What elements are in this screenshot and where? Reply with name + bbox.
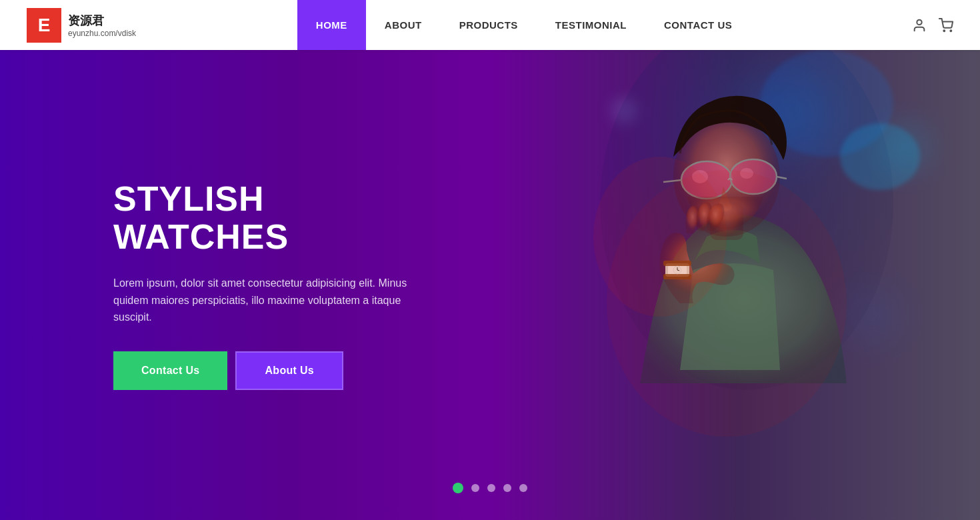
carousel-dot-3[interactable] — [487, 484, 495, 492]
logo-title: 资源君 — [68, 13, 136, 29]
hero-description: Lorem ipsum, dolor sit amet consectetur … — [113, 275, 433, 326]
about-us-button[interactable]: About Us — [235, 351, 343, 390]
carousel-dots — [453, 483, 527, 493]
hero-image — [493, 50, 947, 520]
nav-links: HOME ABOUT PRODUCTS TESTIMONIAL CONTACT … — [297, 0, 751, 50]
svg-point-24 — [593, 157, 727, 317]
user-icon-button[interactable] — [912, 18, 927, 33]
svg-point-5 — [840, 123, 920, 190]
logo-icon: E — [27, 8, 61, 43]
navbar: E 资源君 eyunzhu.com/vdisk HOME ABOUT PRODU… — [0, 0, 980, 50]
nav-item-products[interactable]: PRODUCTS — [441, 0, 537, 50]
svg-point-1 — [943, 30, 945, 31]
cart-icon-button[interactable] — [939, 18, 953, 33]
carousel-dot-2[interactable] — [471, 484, 479, 492]
nav-item-contact[interactable]: CONTACT US — [645, 0, 751, 50]
logo-text: 资源君 eyunzhu.com/vdisk — [68, 13, 136, 38]
hero-title: STYLISH WATCHES — [113, 180, 433, 256]
logo-subtitle: eyunzhu.com/vdisk — [68, 29, 136, 38]
nav-item-about[interactable]: ABOUT — [366, 0, 441, 50]
logo[interactable]: E 资源君 eyunzhu.com/vdisk — [27, 8, 136, 43]
hero-section: STYLISH WATCHES Lorem ipsum, dolor sit a… — [0, 50, 980, 520]
carousel-dot-1[interactable] — [453, 483, 463, 493]
hero-content: STYLISH WATCHES Lorem ipsum, dolor sit a… — [0, 180, 433, 390]
nav-item-home[interactable]: HOME — [297, 0, 366, 50]
nav-icons — [912, 18, 953, 33]
nav-item-testimonial[interactable]: TESTIMONIAL — [537, 0, 645, 50]
carousel-dot-4[interactable] — [503, 484, 511, 492]
svg-point-0 — [917, 19, 921, 24]
hero-buttons: Contact Us About Us — [113, 351, 433, 390]
svg-point-2 — [950, 30, 951, 31]
carousel-dot-5[interactable] — [519, 484, 527, 492]
contact-us-button[interactable]: Contact Us — [113, 351, 227, 390]
